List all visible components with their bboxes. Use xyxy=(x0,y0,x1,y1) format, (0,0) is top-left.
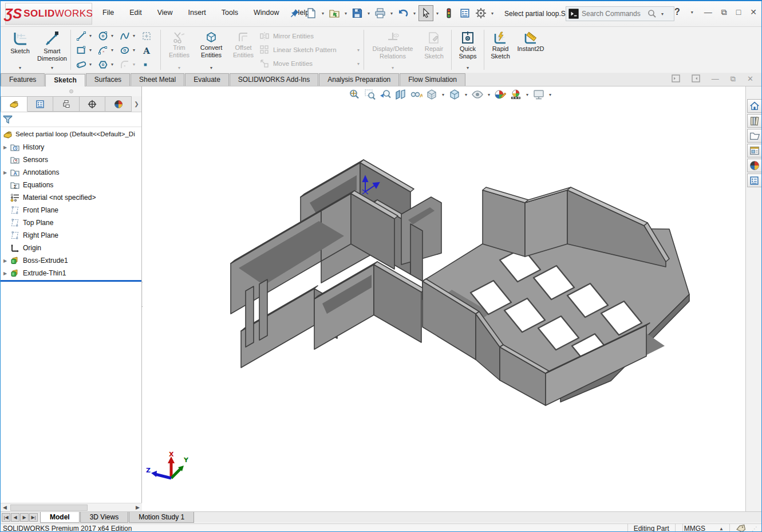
file-properties-button[interactable] xyxy=(457,5,472,21)
quick-snaps-caret-icon[interactable]: ▾ xyxy=(465,65,471,70)
ellipse-caret-icon[interactable]: ▾ xyxy=(131,48,137,53)
tree-item-boss-extrude1[interactable]: ▶ Boss-Extrude1 xyxy=(1,254,141,267)
tree-item-origin[interactable]: Origin xyxy=(1,242,141,254)
undo-dropdown-caret-icon[interactable]: ▾ xyxy=(412,11,417,16)
tree-item-equations[interactable]: Equations xyxy=(1,179,141,191)
menu-tools[interactable]: Tools xyxy=(222,9,238,17)
linear-sketch-pattern-button[interactable]: Linear Sketch Pattern ▾ xyxy=(259,44,361,56)
rebuild-button[interactable] xyxy=(441,5,456,21)
repair-sketch-button[interactable]: Repair Sketch xyxy=(419,28,449,72)
slot-caret-icon[interactable]: ▾ xyxy=(88,62,93,67)
maximize-button[interactable]: □ xyxy=(736,8,741,16)
tree-item-right-plane[interactable]: Right Plane xyxy=(1,229,141,242)
tab-motion-study-1[interactable]: Motion Study 1 xyxy=(129,512,194,523)
panel-tabs-overflow-icon[interactable]: ❯ xyxy=(132,96,141,112)
polygon-caret-icon[interactable]: ▾ xyxy=(109,62,115,67)
sketch-caret-icon[interactable]: ▾ xyxy=(17,65,23,70)
pin-menu-icon[interactable] xyxy=(290,8,300,18)
doc-restore-icon[interactable]: ⧉ xyxy=(731,74,736,84)
open-button[interactable] xyxy=(327,5,342,21)
undo-button[interactable] xyxy=(396,5,410,21)
tree-item-history[interactable]: ▶ History xyxy=(1,141,141,153)
dimxpertmanager-tab[interactable] xyxy=(80,96,106,112)
custom-properties-tag-icon[interactable] xyxy=(736,525,746,532)
new-dropdown-caret-icon[interactable]: ▾ xyxy=(320,11,326,16)
quick-snaps-button[interactable]: Quick Snaps ▾ xyxy=(454,28,481,72)
design-library-button[interactable] xyxy=(747,114,762,128)
tab-flow-simulation[interactable]: Flow Simulation xyxy=(400,73,465,86)
tab-model[interactable]: Model xyxy=(40,512,80,523)
configurationmanager-tab[interactable] xyxy=(53,96,80,112)
tree-item-sensors[interactable]: Sensors xyxy=(1,153,141,166)
linear-pattern-caret-icon[interactable]: ▾ xyxy=(356,48,361,53)
expand-arrow-icon[interactable]: ▶ xyxy=(1,170,10,175)
first-tab-icon[interactable]: |◀ xyxy=(2,513,10,522)
menu-edit[interactable]: Edit xyxy=(129,9,142,17)
help-button[interactable]: ? xyxy=(674,7,680,17)
spline-button[interactable]: ▾ xyxy=(118,31,140,41)
tree-item-extrude-thin1[interactable]: ▶ Extrude-Thin1 xyxy=(1,267,141,279)
convert-caret-icon[interactable]: ▾ xyxy=(208,65,214,70)
tab-analysis-preparation[interactable]: Analysis Preparation xyxy=(319,73,399,86)
print-button[interactable] xyxy=(373,5,388,21)
search-scope-caret-icon[interactable]: ▾ xyxy=(660,11,665,17)
select-dropdown-caret-icon[interactable]: ▾ xyxy=(435,11,440,16)
panel-horizontal-scrollbar[interactable]: ◀ ▶ xyxy=(1,503,142,511)
help-dropdown-caret-icon[interactable]: ▾ xyxy=(689,10,695,15)
graphics-viewport[interactable]: ▾ ▾ ▾ ▾ ▾ xyxy=(143,86,745,511)
smart-dimension-button[interactable]: Smart Dimension ▾ xyxy=(36,28,68,72)
menu-insert[interactable]: Insert xyxy=(188,9,206,17)
arc-caret-icon[interactable]: ▾ xyxy=(109,48,115,53)
doc-close-icon[interactable]: ✕ xyxy=(747,74,753,84)
tab-solidworks-add-ins[interactable]: SOLIDWORKS Add-Ins xyxy=(230,73,318,86)
close-button[interactable]: ✕ xyxy=(750,8,757,16)
display-delete-relations-button[interactable]: Display/Delete Relations ▾ xyxy=(366,28,419,72)
tab-evaluate[interactable]: Evaluate xyxy=(185,73,229,86)
fillet-caret-icon[interactable]: ▾ xyxy=(131,62,137,67)
select-button[interactable] xyxy=(418,5,433,21)
doc-minimize-icon[interactable]: — xyxy=(712,74,719,84)
smart-dimension-caret-icon[interactable]: ▾ xyxy=(49,65,55,70)
print-dropdown-caret-icon[interactable]: ▾ xyxy=(389,11,394,16)
line-button[interactable]: ▾ xyxy=(74,31,96,41)
tab-surfaces[interactable]: Surfaces xyxy=(86,73,130,86)
tree-filter-row[interactable] xyxy=(1,112,141,127)
rapid-sketch-button[interactable]: Rapid Sketch xyxy=(487,28,514,72)
polygon-button[interactable]: ▾ xyxy=(96,60,118,70)
convert-entities-button[interactable]: Convert Entities ▾ xyxy=(195,28,227,72)
mirror-entities-button[interactable]: Mirror Entities xyxy=(259,30,361,42)
arc-button[interactable]: ▾ xyxy=(96,45,118,56)
save-button[interactable] xyxy=(350,5,365,21)
menu-view[interactable]: View xyxy=(157,9,173,17)
circle-button[interactable]: ▾ xyxy=(96,31,118,41)
file-explorer-button[interactable] xyxy=(747,129,762,143)
scrollbar-thumb[interactable] xyxy=(10,505,88,511)
rectangle-caret-icon[interactable]: ▾ xyxy=(88,48,93,53)
collapse-pane-left-icon[interactable] xyxy=(672,74,680,82)
tree-root-item[interactable]: Select partial loop (Default<<Default>_D… xyxy=(1,127,141,141)
tree-item-top-plane[interactable]: Top Plane xyxy=(1,216,141,229)
display-delete-caret-icon[interactable]: ▾ xyxy=(390,65,396,70)
displaymanager-tab[interactable] xyxy=(105,96,132,112)
propertymanager-tab[interactable] xyxy=(27,96,54,112)
filter-funnel-icon[interactable] xyxy=(3,115,13,124)
rollback-bar[interactable] xyxy=(1,280,141,282)
expand-arrow-icon[interactable]: ▶ xyxy=(1,258,10,263)
scroll-right-icon[interactable]: ▶ xyxy=(133,505,142,510)
line-caret-icon[interactable]: ▾ xyxy=(88,33,93,38)
slot-button[interactable]: ▾ xyxy=(74,60,96,70)
spline-caret-icon[interactable]: ▾ xyxy=(131,33,137,38)
tree-item-material[interactable]: Material <not specified> xyxy=(1,191,141,204)
featuremanager-tree-tab[interactable] xyxy=(1,96,27,112)
tab-sketch[interactable]: Sketch xyxy=(45,74,85,86)
rectangle-button[interactable]: ▾ xyxy=(74,45,96,56)
menu-file[interactable]: File xyxy=(102,9,114,17)
tab-3d-views[interactable]: 3D Views xyxy=(80,512,128,523)
move-entities-caret-icon[interactable]: ▾ xyxy=(356,61,361,66)
circle-caret-icon[interactable]: ▾ xyxy=(109,33,115,38)
options-button[interactable] xyxy=(473,5,488,21)
options-dropdown-caret-icon[interactable]: ▾ xyxy=(489,11,495,16)
solidworks-resources-button[interactable] xyxy=(747,99,762,113)
minimize-button[interactable]: — xyxy=(704,8,712,16)
offset-entities-button[interactable]: Offset Entities xyxy=(227,28,259,72)
